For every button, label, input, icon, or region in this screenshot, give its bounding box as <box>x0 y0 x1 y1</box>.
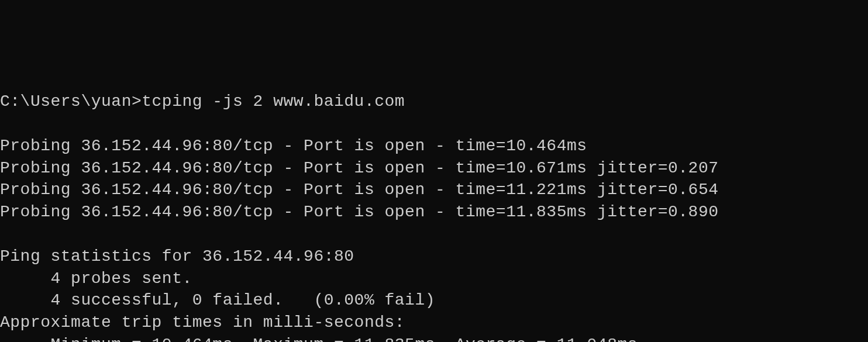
terminal-output: C:\Users\yuan>tcping -js 2 www.baidu.com… <box>0 91 868 342</box>
